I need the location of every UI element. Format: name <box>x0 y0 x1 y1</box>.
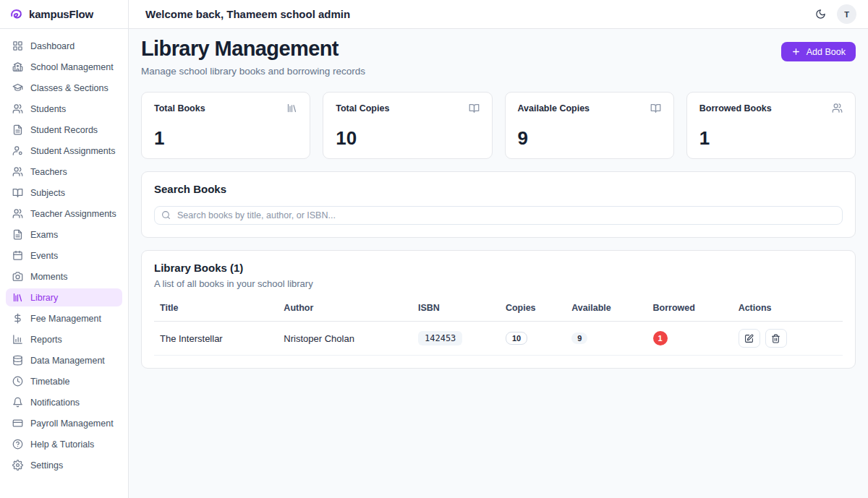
sidebar-item-reports[interactable]: Reports <box>6 330 122 348</box>
bar-chart-icon <box>12 334 23 345</box>
dark-mode-toggle[interactable] <box>815 9 826 20</box>
file-text-icon <box>12 124 23 135</box>
bell-icon <box>12 397 23 408</box>
search-input[interactable] <box>154 206 843 225</box>
book-available-badge: 9 <box>571 332 587 344</box>
sidebar-item-label: Subjects <box>30 188 65 198</box>
settings-icon <box>12 460 23 471</box>
books-table-body: The InterstellarNristoper Cholan14245310… <box>154 322 843 356</box>
books-table-header-row: TitleAuthorISBNCopiesAvailableBorrowedAc… <box>154 299 843 322</box>
add-book-label: Add Book <box>807 47 846 57</box>
delete-book-button[interactable] <box>765 329 787 348</box>
sidebar-item-label: Moments <box>30 272 67 282</box>
sidebar-item-data-management[interactable]: Data Management <box>6 351 122 369</box>
stat-label: Total Books <box>154 103 205 113</box>
sidebar-item-library[interactable]: Library <box>6 288 122 306</box>
welcome-text: Welcome back, Thameem school admin <box>145 8 350 20</box>
book-author: Nristoper Cholan <box>278 322 412 356</box>
credit-card-icon <box>12 418 23 429</box>
stat-card-total-copies: Total Copies10 <box>323 92 492 159</box>
user-cog-icon <box>12 145 23 156</box>
library-icon <box>286 103 297 113</box>
sidebar-item-subjects[interactable]: Subjects <box>6 184 122 202</box>
search-panel: Search Books <box>141 171 856 238</box>
add-book-button[interactable]: Add Book <box>781 42 856 61</box>
search-panel-title: Search Books <box>154 183 843 195</box>
sidebar-item-label: School Management <box>30 62 114 72</box>
sidebar-item-moments[interactable]: Moments <box>6 267 122 286</box>
column-header-isbn: ISBN <box>412 299 500 322</box>
book-isbn-badge: 142453 <box>418 331 462 345</box>
library-books-panel: Library Books (1) A list of all books in… <box>141 250 856 369</box>
book-borrowed-badge: 1 <box>653 331 668 345</box>
sidebar-item-settings[interactable]: Settings <box>6 456 122 474</box>
sidebar-item-timetable[interactable]: Timetable <box>6 372 122 390</box>
stat-value: 1 <box>699 129 843 147</box>
sidebar-item-teacher-assignments[interactable]: Teacher Assignments <box>6 205 122 223</box>
sidebar-item-students[interactable]: Students <box>6 100 122 118</box>
users-icon <box>12 208 23 219</box>
search-wrap <box>154 206 843 225</box>
kampusflow-logo-icon <box>9 7 23 21</box>
stat-value: 1 <box>154 129 297 147</box>
brand-name: kampusFlow <box>29 8 93 20</box>
sidebar-item-student-assignments[interactable]: Student Assignments <box>6 142 122 160</box>
sidebar-item-school-management[interactable]: School Management <box>6 58 122 76</box>
sidebar-item-label: Fee Management <box>30 314 101 324</box>
page-title: Library Management <box>141 37 365 61</box>
moon-icon <box>815 9 826 20</box>
stat-label: Borrowed Books <box>699 103 772 113</box>
user-avatar[interactable]: T <box>837 4 856 24</box>
column-header-available: Available <box>566 299 647 322</box>
sidebar-item-payroll-management[interactable]: Payroll Management <box>6 414 122 432</box>
sidebar-item-label: Settings <box>30 460 63 471</box>
edit-book-button[interactable] <box>739 329 760 348</box>
sidebar-nav: DashboardSchool ManagementClasses & Sect… <box>0 29 128 482</box>
column-header-copies: Copies <box>500 299 566 322</box>
sidebar-item-fee-management[interactable]: Fee Management <box>6 309 122 327</box>
edit-icon <box>744 334 754 343</box>
stat-value: 9 <box>518 129 661 147</box>
sidebar-item-notifications[interactable]: Notifications <box>6 393 122 411</box>
column-header-actions: Actions <box>733 299 843 322</box>
stat-card-header: Borrowed Books <box>699 103 843 113</box>
sidebar-item-label: Reports <box>30 335 62 345</box>
column-header-author: Author <box>278 299 412 322</box>
sidebar-item-label: Help & Tutorials <box>30 439 94 450</box>
topbar-actions: T <box>815 4 856 24</box>
sidebar-item-exams[interactable]: Exams <box>6 226 122 244</box>
book-row: The InterstellarNristoper Cholan14245310… <box>154 322 843 356</box>
users-icon <box>832 103 843 113</box>
main-area: Welcome back, Thameem school admin T Lib… <box>129 0 868 498</box>
sidebar-item-dashboard[interactable]: Dashboard <box>6 37 122 55</box>
users-icon <box>12 166 23 177</box>
sidebar-item-student-records[interactable]: Student Records <box>6 121 122 139</box>
graduation-cap-icon <box>12 82 23 93</box>
sidebar-item-help-tutorials[interactable]: Help & Tutorials <box>6 435 122 453</box>
stats-grid: Total Books1Total Copies10Available Copi… <box>141 92 856 159</box>
brand-logo[interactable]: kampusFlow <box>0 0 128 29</box>
school-icon <box>12 61 23 72</box>
stat-card-available-copies: Available Copies9 <box>505 92 674 159</box>
sidebar-item-label: Teacher Assignments <box>30 209 116 219</box>
stat-card-total-books: Total Books1 <box>141 92 310 159</box>
sidebar-item-label: Student Assignments <box>30 146 115 156</box>
page-subtitle: Manage school library books and borrowin… <box>141 66 365 77</box>
book-open-icon <box>469 103 480 113</box>
sidebar-item-events[interactable]: Events <box>6 246 122 265</box>
clock-icon <box>12 376 23 387</box>
sidebar-item-label: Student Records <box>30 125 98 135</box>
sidebar-item-classes-sections[interactable]: Classes & Sections <box>6 79 122 97</box>
sidebar-item-label: Timetable <box>30 377 69 387</box>
sidebar-item-teachers[interactable]: Teachers <box>6 163 122 181</box>
stat-value: 10 <box>336 129 479 147</box>
book-open-icon <box>12 187 23 198</box>
app-root: kampusFlow DashboardSchool ManagementCla… <box>0 0 868 498</box>
plus-icon <box>791 47 801 56</box>
trash-icon <box>771 334 780 343</box>
camera-icon <box>12 271 23 282</box>
books-table: TitleAuthorISBNCopiesAvailableBorrowedAc… <box>154 299 843 356</box>
library-icon <box>12 292 23 303</box>
topbar: Welcome back, Thameem school admin T <box>129 0 868 29</box>
page-header: Library Management Manage school library… <box>141 37 856 77</box>
